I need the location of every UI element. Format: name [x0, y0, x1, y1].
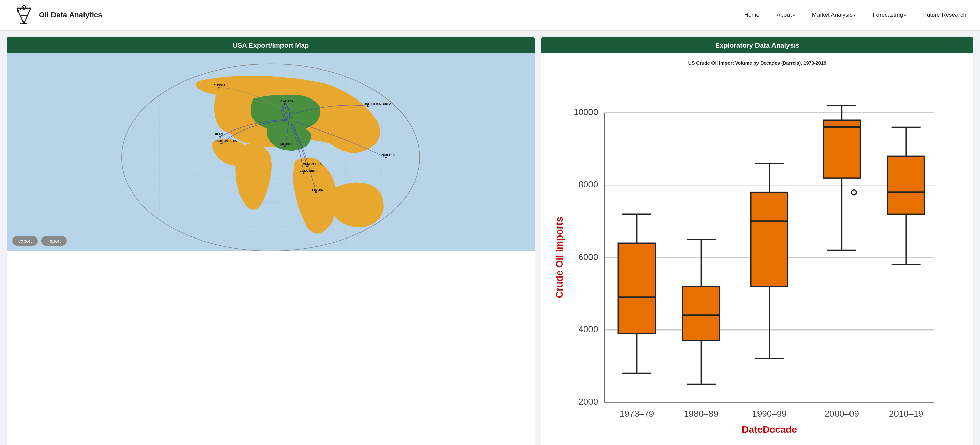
chart-title: US Crude Oil Import Volume by Decades (B… — [548, 60, 966, 66]
chart-panel: Exploratory Data Analysis US Crude Oil I… — [541, 38, 973, 445]
map-title: USA Export/Import Map — [233, 41, 309, 49]
nav-item-home[interactable]: Home — [744, 11, 759, 18]
chart-svg-wrapper: 2000 4000 6000 8000 10000 Crude Oil Impo… — [548, 73, 966, 445]
nav-research-link[interactable]: Future Research — [923, 11, 966, 18]
svg-text:1973–79: 1973–79 — [619, 409, 654, 418]
svg-rect-70 — [751, 192, 788, 286]
svg-text:COLOMBIA: COLOMBIA — [299, 169, 317, 172]
svg-text:VENEZUELA: VENEZUELA — [303, 162, 322, 165]
nav-about-link[interactable]: About — [776, 11, 795, 18]
nav-item-market[interactable]: Market Analysis — [812, 11, 856, 18]
nav-forecasting-link[interactable]: Forecasting — [873, 11, 906, 18]
svg-text:Crude Oil Imports: Crude Oil Imports — [554, 217, 565, 298]
oil-derrick-logo — [14, 5, 34, 25]
chart-panel-title: Exploratory Data Analysis — [715, 41, 799, 49]
svg-text:2010–19: 2010–19 — [889, 409, 923, 418]
nav-item-forecasting[interactable]: Forecasting — [873, 11, 906, 18]
svg-text:1990–99: 1990–99 — [752, 409, 786, 418]
map-panel: USA Export/Import Map — [7, 38, 535, 445]
svg-text:1980–89: 1980–89 — [684, 409, 718, 418]
svg-text:UNITED KINGDOM: UNITED KINGDOM — [364, 102, 391, 106]
main-content: USA Export/Import Map — [0, 31, 980, 445]
nav-market-link[interactable]: Market Analysis — [812, 11, 856, 18]
svg-text:10000: 10000 — [573, 107, 598, 117]
export-legend-button[interactable]: export — [12, 236, 38, 246]
svg-text:4000: 4000 — [578, 324, 598, 334]
map-panel-header: USA Export/Import Map — [7, 38, 535, 54]
navbar: Oil Data Analytics Home About Market Ana… — [0, 0, 980, 31]
map-container: RUSSIA CANADA UNITED KINGDOM IRAQ SAUDI … — [7, 54, 535, 251]
svg-rect-64 — [682, 286, 720, 341]
nav-home-link[interactable]: Home — [744, 11, 759, 18]
svg-text:IRAQ: IRAQ — [215, 132, 223, 136]
world-map-svg: RUSSIA CANADA UNITED KINGDOM IRAQ SAUDI … — [7, 54, 535, 251]
chart-container: US Crude Oil Import Volume by Decades (B… — [541, 54, 973, 445]
map-legend: export import — [12, 236, 67, 246]
svg-rect-76 — [823, 120, 861, 178]
boxplot-svg: 2000 4000 6000 8000 10000 Crude Oil Impo… — [548, 73, 966, 445]
svg-text:DateDecade: DateDecade — [742, 424, 797, 435]
nav-menu: Home About Market Analysis Forecasting F… — [744, 11, 966, 18]
svg-text:RUSSIA: RUSSIA — [214, 83, 226, 87]
svg-text:2000–09: 2000–09 — [825, 409, 859, 418]
svg-rect-8 — [21, 23, 27, 24]
import-legend-button[interactable]: import — [41, 236, 67, 246]
svg-text:6000: 6000 — [578, 252, 598, 262]
svg-point-7 — [17, 10, 19, 12]
svg-text:8000: 8000 — [578, 180, 598, 189]
svg-rect-58 — [618, 243, 655, 333]
svg-text:BRAZIL: BRAZIL — [312, 188, 323, 191]
chart-panel-header: Exploratory Data Analysis — [541, 38, 973, 54]
svg-point-78 — [851, 190, 856, 195]
svg-rect-83 — [888, 156, 925, 214]
svg-text:MEXICO: MEXICO — [280, 142, 293, 146]
brand-name: Oil Data Analytics — [39, 11, 102, 19]
brand-link[interactable]: Oil Data Analytics — [14, 5, 102, 25]
svg-text:CANADA: CANADA — [280, 100, 294, 103]
nav-item-research[interactable]: Future Research — [923, 11, 966, 18]
nav-item-about[interactable]: About — [776, 11, 795, 18]
svg-text:2000: 2000 — [578, 397, 598, 407]
